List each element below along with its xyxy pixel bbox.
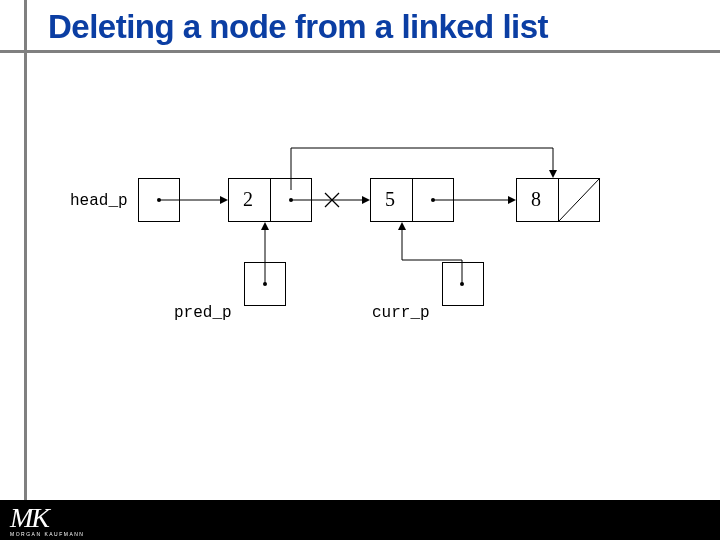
rule-left: [24, 0, 27, 500]
node-3-divider: [558, 178, 559, 222]
svg-marker-2: [220, 196, 228, 204]
label-pred-p: pred_p: [174, 304, 232, 322]
arrow-bypass-node1-to-node3: [291, 142, 571, 182]
label-head-p: head_p: [70, 192, 128, 210]
node-1-value: 2: [243, 188, 253, 211]
node-3-value: 8: [531, 188, 541, 211]
svg-marker-14: [261, 222, 269, 230]
node-2-value: 5: [385, 188, 395, 211]
svg-marker-5: [362, 196, 370, 204]
publisher-logo: MK MORGAN KAUFMANN: [10, 502, 84, 537]
rule-top: [0, 50, 720, 53]
footer-bar: MK MORGAN KAUFMANN: [0, 500, 720, 540]
pred-p-box: [244, 262, 286, 306]
logo-subtext: MORGAN KAUFMANN: [10, 531, 84, 537]
svg-line-7: [325, 193, 339, 207]
svg-line-8: [325, 193, 339, 207]
node-2-divider: [412, 178, 413, 222]
label-curr-p: curr_p: [372, 304, 430, 322]
curr-p-box: [442, 262, 484, 306]
svg-marker-19: [398, 222, 406, 230]
node-1-divider: [270, 178, 271, 222]
logo-text: MK: [10, 502, 48, 533]
slide-title: Deleting a node from a linked list: [48, 8, 548, 46]
svg-marker-10: [508, 196, 516, 204]
head-p-box: [138, 178, 180, 222]
linked-list-diagram: head_p 2 5 8 pred_p curr_p: [70, 130, 660, 350]
svg-marker-12: [549, 170, 557, 178]
